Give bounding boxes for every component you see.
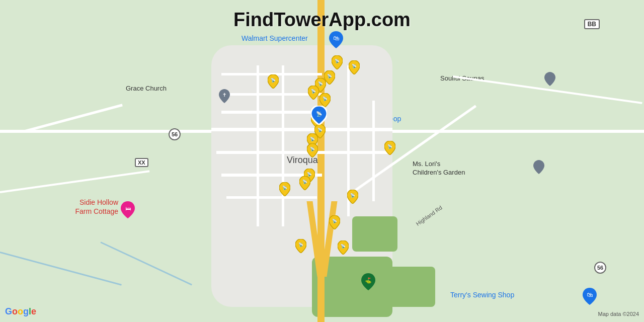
svg-text:🛍: 🛍	[333, 35, 339, 42]
svg-text:✝: ✝	[222, 92, 226, 98]
svg-text:🛍: 🛍	[587, 291, 593, 298]
grace-church-label: Grace Church	[126, 85, 167, 92]
svg-text:📡: 📡	[332, 218, 337, 223]
tower-marker-2: 📡	[349, 60, 360, 76]
tower-marker-15: 📡	[329, 215, 340, 231]
tower-marker-0: 📡	[268, 74, 279, 91]
road-h2	[216, 151, 387, 154]
svg-text:📡: 📡	[282, 185, 287, 190]
google-logo: Google	[5, 306, 36, 317]
tower-marker-17: 📡	[295, 239, 306, 255]
road-west-2	[25, 104, 122, 132]
google-g2: g	[23, 306, 29, 316]
svg-text:⛳: ⛳	[365, 277, 372, 284]
tower-marker-18: 📡	[384, 141, 395, 157]
grace-church-marker: ✝	[219, 89, 230, 105]
map-title: FindTowerApp.com	[233, 9, 411, 31]
google-o2: o	[18, 306, 23, 316]
tower-marker-5: 📡	[308, 86, 319, 102]
road-h4	[226, 196, 317, 199]
google-g: G	[5, 306, 12, 316]
svg-text:📡: 📡	[341, 244, 346, 249]
route-badge-bb: BB	[584, 19, 600, 29]
svg-text:🛏: 🛏	[125, 205, 131, 211]
ms-loris-label: Ms. Lori'sChildren's Garden	[413, 160, 465, 177]
road-v2	[282, 65, 284, 226]
svg-text:📡: 📡	[310, 136, 315, 141]
svg-text:📡: 📡	[335, 58, 340, 63]
terrys-label: Terry's Sewing Shop	[450, 291, 514, 299]
sidie-hollow-label: Sidie HollowFarm Cottage	[30, 198, 118, 216]
svg-text:📡: 📡	[352, 63, 357, 68]
road-h6	[221, 93, 322, 96]
route-badge-56-west: 56	[169, 128, 181, 140]
tower-marker-14: 📡	[347, 190, 358, 206]
svg-text:📡: 📡	[387, 144, 392, 149]
road-label-highland: Highland Rd	[415, 204, 443, 227]
road-h5	[221, 111, 322, 114]
ms-loris-marker	[533, 160, 544, 176]
google-e: e	[31, 306, 36, 316]
google-o1: o	[12, 306, 18, 316]
map-data-text: Map data ©2024	[598, 311, 639, 317]
golf-marker: ⛳	[361, 273, 375, 292]
tower-marker-1: 📡	[332, 55, 343, 71]
svg-text:📡: 📡	[323, 96, 328, 101]
svg-text:📡: 📡	[327, 73, 332, 78]
walmart-label: Walmart Supercenter	[242, 34, 308, 42]
stream-se	[100, 242, 192, 285]
svg-text:📡: 📡	[316, 111, 323, 117]
svg-text:📡: 📡	[350, 193, 355, 198]
svg-text:📡: 📡	[317, 127, 323, 132]
route-badge-xx: XX	[135, 158, 148, 167]
terrys-marker: 🛍	[583, 288, 597, 307]
map-container: FindTowerApp.com BB ✝ Grace Church 56 XX…	[0, 0, 644, 322]
sidie-hollow-marker: 🛏	[121, 201, 135, 220]
tower-marker-16: 📡	[338, 240, 349, 257]
svg-text:📡: 📡	[298, 242, 303, 247]
soulful-saunas-marker	[544, 72, 555, 88]
stream-west	[0, 252, 122, 286]
walmart-marker: 🛍	[329, 31, 343, 50]
svg-text:📡: 📡	[302, 179, 307, 184]
route-badge-56-east: 56	[594, 262, 606, 274]
selected-tower-marker: 📡	[311, 106, 327, 127]
tower-marker-12: 📡	[299, 176, 310, 192]
road-v4	[372, 101, 375, 201]
park-area-1	[352, 216, 397, 252]
road-sw	[0, 170, 149, 193]
svg-text:📡: 📡	[311, 89, 316, 94]
road-east-1	[392, 130, 644, 133]
tower-marker-13: 📡	[279, 182, 290, 198]
svg-text:📡: 📡	[310, 146, 315, 151]
road-h1	[211, 128, 392, 131]
svg-text:📡: 📡	[271, 77, 276, 83]
road-v1	[257, 65, 259, 226]
tower-marker-10: 📡	[307, 143, 318, 159]
